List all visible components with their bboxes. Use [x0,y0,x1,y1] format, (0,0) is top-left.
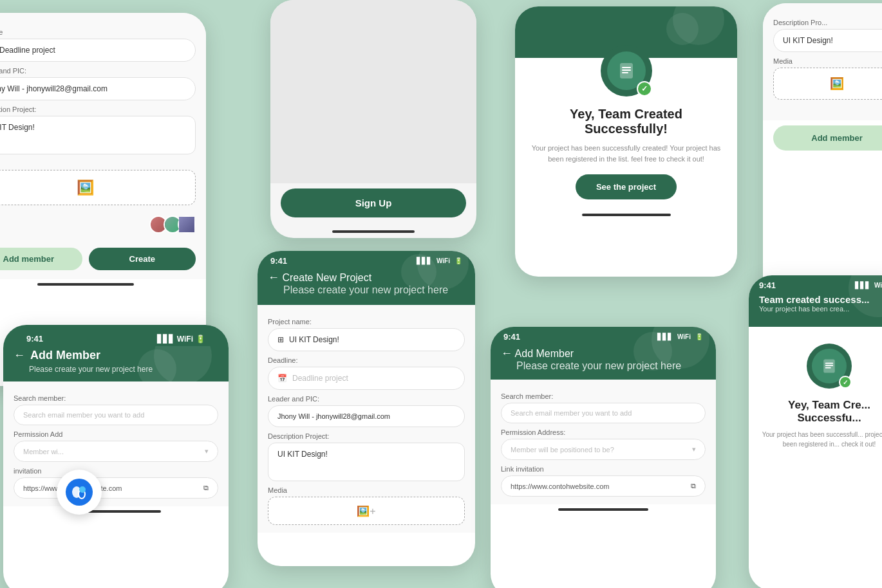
see-project-button[interactable]: See the project [576,174,677,199]
project-name-input[interactable]: ⊞ UI KIT Design! [268,328,465,351]
media-label: Media [0,160,196,167]
success-title: Yey, Team Created Successfully! [528,107,724,136]
app-logo-icon [66,479,93,506]
desc-input-right[interactable]: UI KIT Design! [773,29,882,52]
chevron-down-right-icon: ▾ [692,445,696,454]
project-name-value: UI KIT Design! [289,335,339,344]
doc-icon-right [820,357,838,375]
chevron-down-icon: ▾ [205,447,209,455]
copy-icon[interactable]: ⧉ [203,484,209,492]
add-member-btn-wrap: Add member [763,120,882,158]
signal-icon: ▋▋▋ [157,335,174,344]
check-badge-right: ✓ [839,376,852,389]
battery-icon: 🔋 [196,335,205,344]
invitation-label: invitation [14,467,218,475]
home-indicator-signup [332,230,415,233]
description-input[interactable]: UI KIT Design! [0,116,196,154]
leader-label: Leader and PIC: [0,67,196,75]
invitation-input-left[interactable]: https://www.contohwebsite.com ⧉ [14,477,218,499]
back-arrow-icon[interactable]: ← [14,349,25,362]
home-indicator-add-right [558,508,648,511]
media-upload-area[interactable]: 🖼️ [0,170,196,205]
leader-value: Jhony Will - jhonywill28@gmail.com [0,84,108,93]
svg-rect-2 [622,69,631,71]
signup-button[interactable]: Sign Up [281,188,466,217]
deadline-placeholder-main: Deadline project [292,374,348,383]
status-time-sr: 9:41 [759,280,776,290]
success-content-right: ✓ Yey, Team Cre... Successfu... Your pro… [749,333,882,459]
desc-value-main: UI KIT Design! [277,450,328,459]
home-indicator [37,283,134,286]
permission-label: Permission Add [14,430,218,438]
header-title-right: Add Member [515,348,574,359]
add-member-button[interactable]: Add member [0,248,82,270]
back-arrow-right-icon[interactable]: ← [501,347,512,360]
deco-circle-2 [666,13,699,45]
status-time-right: 9:41 [503,332,520,342]
document-icon [616,60,637,81]
permission-dropdown-left[interactable]: Member wi... ▾ [14,441,218,462]
desc-input-main[interactable]: UI KIT Design! [268,443,465,481]
search-placeholder: Search email member you want to add [23,411,144,419]
screen-add-member-left: 9:41 ▋▋▋ WiFi 🔋 ← Add Member Please crea… [3,325,229,588]
deadline-value: Deadline project [0,46,55,55]
permission-label-right: Permission Address: [501,428,706,436]
media-upload-main[interactable]: 🖼️+ [268,497,465,525]
invitation-url-right: https://www.contohwebsite.com [511,482,609,490]
desc-label-main: Description Project: [268,432,465,440]
screen-add-member-right: 9:41 ▋▋▋ WiFi 🔋 ← Add Member Please crea… [491,327,716,588]
back-arrow-main[interactable]: ← [268,271,279,284]
action-buttons: Add member Create [0,241,206,279]
header-deco-main-2 [401,254,436,289]
leader-input[interactable]: Jhony Will - jhonywill28@gmail.com [0,77,196,100]
invitation-label-right: Link invitation [501,465,706,473]
add-member-form-right: Search member: Search email member you w… [491,380,716,504]
media-label-right: Media [773,57,882,65]
search-input-right[interactable]: Search email member you want to add [501,403,706,423]
success-icon-wrap: ✓ [601,45,652,96]
deadline-input-main[interactable]: 📅 Deadline project [268,367,465,390]
calendar-icon-main: 📅 [277,374,287,383]
create-button[interactable]: Create [89,248,196,270]
avatar-3 [178,216,196,234]
status-icons-left: ▋▋▋ WiFi 🔋 [157,335,205,344]
success-title-right: Yey, Team Cre... Successfu... [759,399,882,425]
success-subtitle: Your project has been successfully creat… [528,143,724,164]
invitation-input-right[interactable]: https://www.contohwebsite.com ⧉ [501,475,706,497]
status-time-left: 9:41 [26,334,43,344]
success-content: ✓ Yey, Team Created Successfully! Your p… [515,32,737,210]
desc-value-right: UI KIT Design! [783,36,833,45]
media-label-main: Media [268,486,465,494]
screen-success: ✓ Yey, Team Created Successfully! Your p… [515,6,737,277]
svg-rect-10 [825,365,833,366]
image-add-main-icon: 🖼️+ [357,505,375,517]
app-icon-float[interactable] [57,470,102,515]
sr-subtitle: Your project has been crea... [759,305,882,313]
permission-placeholder-right: Member will be positioned to be? [511,446,614,454]
image-add-icon: 🖼️ [77,179,94,196]
permission-dropdown-right[interactable]: Member will be positioned to be? ▾ [501,439,706,460]
media-box-right[interactable]: 🖼️ [773,68,882,100]
svg-rect-9 [825,363,833,364]
leader-input-main[interactable]: Jhony Will - jhonywill28@gmail.com [268,405,465,427]
deadline-input[interactable]: 📅 Deadline project [0,39,196,62]
header-title-left: Add Member [30,349,100,362]
copy-icon-right[interactable]: ⧉ [691,482,696,490]
project-name-label: Project name: [268,318,465,326]
permission-value: Member wi... [23,448,64,455]
description-label: Description Project: [0,106,196,113]
add-member-deco-2 [633,332,672,371]
home-indicator-success [582,214,671,216]
screen-create-project-main: 9:41 ▋▋▋ WiFi 🔋 ← Create New Project Ple… [258,251,475,566]
add-member-button-right[interactable]: Add member [773,125,882,151]
screen-success-right: 9:41 ▋▋▋ WiFi 🔋 Team created success... … [749,275,882,588]
svg-rect-3 [622,72,628,73]
svg-point-7 [79,486,86,493]
svg-rect-11 [825,367,831,369]
screen-signup: Sign Up [270,0,476,238]
search-input-left[interactable]: Search email member you want to add [14,405,218,425]
header-title-main: Create New Project [282,272,371,283]
leader-label-main: Leader and PIC: [268,395,465,403]
deadline-label-main: Deadline: [268,356,465,364]
search-label-right: Search member: [501,392,706,400]
